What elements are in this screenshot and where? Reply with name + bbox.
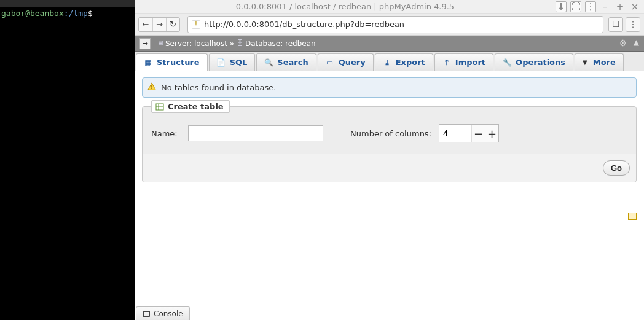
tab-label: Search <box>277 58 308 67</box>
console-label: Console <box>154 310 183 318</box>
tab-search[interactable]: 🔍 Search <box>256 53 316 71</box>
terminal-cursor[interactable] <box>100 9 104 17</box>
tab-label: Export <box>396 58 425 67</box>
breadcrumb-collapse-icon[interactable]: ▲ <box>634 38 639 47</box>
tab-label: Structure <box>157 58 200 67</box>
content-area: No tables found in database. Create tabl… <box>135 71 644 320</box>
tab-strip: ▦ Structure 📄 SQL 🔍 Search ▭ Query ⤓ Exp… <box>135 52 644 71</box>
columns-label: Number of columns: <box>350 129 431 138</box>
legend-label: Create table <box>168 102 224 111</box>
terminal-user: gabor <box>1 9 25 18</box>
svg-rect-2 <box>151 88 152 89</box>
window-titlebar: 0.0.0.0:8001 / localhost / redbean | php… <box>135 0 644 14</box>
breadcrumb-bar: → 🖥 Server: localhost » 🗄 Database: redb… <box>135 36 644 52</box>
terminal-prompt-line: gabor@beanbox:/tmp$ <box>0 7 135 19</box>
nav-back-button[interactable]: ← <box>139 18 152 31</box>
browser-menu-button[interactable]: ⋮ <box>626 17 640 32</box>
tab-sql[interactable]: 📄 SQL <box>209 53 256 71</box>
nav-button-group: ← → ↻ <box>138 17 180 32</box>
tab-label: Query <box>339 58 366 67</box>
server-icon: 🖥 <box>157 39 163 47</box>
terminal-host: beanbox <box>30 9 64 18</box>
tab-query[interactable]: ▭ Query <box>318 53 374 71</box>
window-minimize-button[interactable]: – <box>600 1 611 12</box>
sql-icon: 📄 <box>217 58 226 67</box>
chevron-down-icon: ▼ <box>583 59 587 66</box>
tab-structure[interactable]: ▦ Structure <box>136 53 208 71</box>
fullscreen-icon[interactable]: ⛶ <box>570 1 581 12</box>
console-toggle[interactable]: Console <box>136 306 190 320</box>
panel-footer: Go <box>143 154 636 182</box>
window-close-button[interactable]: × <box>629 1 640 12</box>
page-settings-icon[interactable]: ⚙ <box>619 38 627 48</box>
breadcrumb-database-label: Database: <box>245 39 283 48</box>
notice-text: No tables found in database. <box>161 83 276 92</box>
columns-spinner: − + <box>439 124 499 142</box>
terminal-prompt-symbol: $ <box>88 9 93 18</box>
notice-box: No tables found in database. <box>142 77 637 98</box>
breadcrumb-database-link[interactable]: redbean <box>285 39 316 48</box>
nav-panel-toggle[interactable]: → <box>139 38 151 49</box>
window-title: 0.0.0.0:8001 / localhost / redbean | php… <box>138 2 552 11</box>
warning-icon <box>147 82 156 91</box>
tab-import[interactable]: ⤒ Import <box>434 53 493 71</box>
import-icon: ⤒ <box>442 58 451 67</box>
breadcrumb-separator: » <box>230 39 234 48</box>
search-icon: 🔍 <box>264 58 273 67</box>
terminal-pane[interactable]: gabor@beanbox:/tmp$ <box>0 0 135 320</box>
svg-rect-3 <box>156 104 163 110</box>
sticky-note-icon[interactable] <box>628 213 637 220</box>
nav-reload-button[interactable]: ↻ <box>166 18 179 31</box>
console-icon <box>143 311 150 317</box>
go-button[interactable]: Go <box>603 160 630 176</box>
terminal-titlebar <box>0 0 135 7</box>
tab-label: Operations <box>516 58 565 67</box>
bookmark-button[interactable]: ☐ <box>608 17 623 32</box>
kebab-menu-icon[interactable]: ⋮ <box>585 1 596 12</box>
database-icon: 🗄 <box>237 39 243 47</box>
table-name-input[interactable] <box>188 125 323 141</box>
create-table-panel: Create table Name: Number of columns: − … <box>142 106 637 182</box>
download-icon[interactable]: ⬇ <box>556 1 567 12</box>
tab-more[interactable]: ▼ More <box>575 53 624 71</box>
columns-decrement-button[interactable]: − <box>471 125 485 142</box>
url-bar[interactable]: ! http://0.0.0.0:8001/db_structure.php?d… <box>187 16 603 33</box>
window-maximize-button[interactable]: + <box>615 1 626 12</box>
tab-label: SQL <box>230 58 248 67</box>
tab-export[interactable]: ⤓ Export <box>375 53 433 71</box>
breadcrumb-server-label: Server: <box>165 39 192 48</box>
breadcrumb-server-link[interactable]: localhost <box>194 39 227 48</box>
operations-icon: 🔧 <box>503 58 511 67</box>
browser-navbar: ← → ↻ ! http://0.0.0.0:8001/db_structure… <box>135 14 644 36</box>
query-icon: ▭ <box>326 58 334 67</box>
create-table-icon <box>155 103 164 111</box>
tab-operations[interactable]: 🔧 Operations <box>495 53 573 71</box>
terminal-path: /tmp <box>69 9 88 18</box>
browser-pane: 0.0.0.0:8001 / localhost / redbean | php… <box>135 0 644 320</box>
svg-rect-1 <box>151 85 152 87</box>
tab-label: Import <box>455 58 485 67</box>
columns-input[interactable] <box>439 125 471 142</box>
security-warning-icon[interactable]: ! <box>192 20 200 29</box>
create-table-legend: Create table <box>151 100 230 113</box>
name-label: Name: <box>151 129 181 138</box>
columns-increment-button[interactable]: + <box>485 125 498 142</box>
structure-icon: ▦ <box>144 58 152 67</box>
tab-label: More <box>593 58 616 67</box>
nav-forward-button[interactable]: → <box>152 18 166 31</box>
export-icon: ⤓ <box>383 58 391 67</box>
url-text[interactable]: http://0.0.0.0:8001/db_structure.php?db=… <box>204 20 599 29</box>
